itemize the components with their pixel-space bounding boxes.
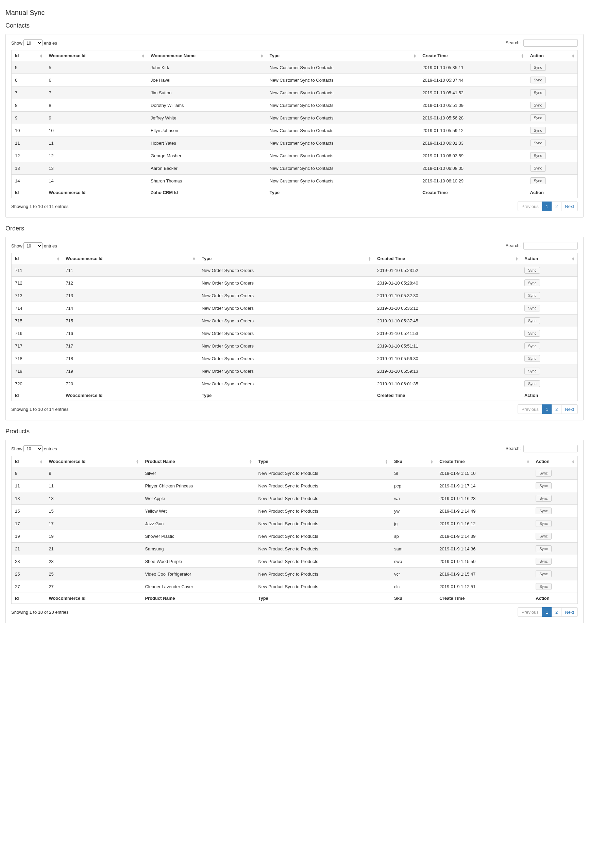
contacts.headers-col-2[interactable]: Woocommerce Name bbox=[147, 50, 266, 61]
orders.headers-col-0[interactable]: Id bbox=[12, 253, 63, 264]
orders.headers-col-1[interactable]: Woocommerce Id bbox=[62, 253, 198, 264]
sync-button[interactable]: Sync bbox=[524, 317, 540, 324]
sync-button[interactable]: Sync bbox=[530, 102, 546, 109]
products.headers-col-0[interactable]: Id bbox=[12, 456, 46, 467]
sync-button[interactable]: Sync bbox=[530, 77, 546, 83]
cell-time: 2019-01-9 1:16:12 bbox=[436, 517, 532, 530]
contacts.headers-col-1[interactable]: Woocommerce Id bbox=[45, 50, 147, 61]
sync-button[interactable]: Sync bbox=[524, 355, 540, 362]
sync-button[interactable]: Sync bbox=[524, 368, 540, 375]
cell-action: Sync bbox=[527, 74, 578, 86]
products-prev-button[interactable]: Previous bbox=[518, 607, 542, 617]
sync-button[interactable]: Sync bbox=[530, 89, 546, 96]
orders-page-1[interactable]: 1 bbox=[542, 404, 552, 414]
orders-page-2[interactable]: 2 bbox=[552, 404, 561, 414]
products.headers-col-1[interactable]: Woocommerce Id bbox=[45, 456, 141, 467]
sync-button[interactable]: Sync bbox=[524, 330, 540, 337]
cell-name: Cleaner Lavender Cover bbox=[141, 580, 255, 593]
orders.headers-col-2[interactable]: Type bbox=[198, 253, 374, 264]
products-page-2[interactable]: 2 bbox=[552, 607, 561, 617]
sync-button[interactable]: Sync bbox=[536, 558, 551, 565]
cell-time: 2019-01-9 1:17:14 bbox=[436, 480, 532, 492]
sync-button[interactable]: Sync bbox=[524, 267, 540, 274]
products.headers-col-3[interactable]: Type bbox=[255, 456, 391, 467]
contacts-next-button[interactable]: Next bbox=[561, 202, 578, 211]
sync-button[interactable]: Sync bbox=[530, 165, 546, 171]
products-next-button[interactable]: Next bbox=[561, 607, 578, 617]
cell-id: 719 bbox=[12, 365, 63, 378]
cell-type: New Product Sync to Products bbox=[255, 480, 391, 492]
cell-id: 712 bbox=[12, 277, 63, 289]
orders.headers-col-4[interactable]: Action bbox=[521, 253, 578, 264]
orders-search-input[interactable] bbox=[523, 242, 578, 249]
contacts.headers-col-3[interactable]: Type bbox=[266, 50, 419, 61]
products-info: Showing 1 to 10 of 20 entries bbox=[11, 610, 68, 615]
products.headers-col-5[interactable]: Create Time bbox=[436, 456, 532, 467]
orders-length-control: Show 10 entries bbox=[11, 242, 57, 249]
sync-button[interactable]: Sync bbox=[530, 127, 546, 134]
orders-table: IdWoocommerce IdTypeCreated TimeAction 7… bbox=[11, 253, 578, 401]
contacts.headers-col-5[interactable]: Action bbox=[527, 50, 578, 61]
products.footer_headers-col-4: Sku bbox=[391, 593, 436, 604]
table-row: 1515Yellow WetNew Product Sync to Produc… bbox=[12, 505, 578, 517]
table-row: 99Jeffrey WhiteNew Customer Sync to Cont… bbox=[12, 112, 578, 124]
cell-action: Sync bbox=[521, 378, 578, 390]
sync-button[interactable]: Sync bbox=[530, 114, 546, 121]
cell-wc-id: 27 bbox=[45, 580, 141, 593]
products-length-select[interactable]: 10 bbox=[24, 445, 43, 452]
cell-id: 713 bbox=[12, 289, 63, 302]
sync-button[interactable]: Sync bbox=[524, 380, 540, 387]
cell-wc-id: 13 bbox=[45, 162, 147, 175]
cell-time: 2019-01-10 05:41:52 bbox=[419, 86, 526, 99]
orders-prev-button[interactable]: Previous bbox=[518, 404, 542, 414]
sync-button[interactable]: Sync bbox=[524, 292, 540, 299]
sync-button[interactable]: Sync bbox=[536, 495, 551, 502]
cell-time: 2019-01-9 1:12:51 bbox=[436, 580, 532, 593]
cell-wc-id: 720 bbox=[62, 378, 198, 390]
products.headers-col-2[interactable]: Product Name bbox=[141, 456, 255, 467]
cell-id: 9 bbox=[12, 112, 46, 124]
cell-wc-id: 711 bbox=[62, 264, 198, 277]
cell-type: New Order Sync to Orders bbox=[198, 314, 374, 327]
cell-type: New Product Sync to Products bbox=[255, 555, 391, 568]
sync-button[interactable]: Sync bbox=[536, 470, 551, 477]
sync-button[interactable]: Sync bbox=[536, 520, 551, 527]
sync-button[interactable]: Sync bbox=[530, 177, 546, 184]
products.headers-col-6[interactable]: Action bbox=[532, 456, 577, 467]
cell-time: 2019-01-10 05:37:45 bbox=[374, 314, 521, 327]
contacts.headers-col-0[interactable]: Id bbox=[12, 50, 46, 61]
sync-button[interactable]: Sync bbox=[524, 279, 540, 286]
contacts-heading: Contacts bbox=[6, 22, 583, 29]
cell-action: Sync bbox=[521, 365, 578, 378]
table-row: 99SilverNew Product Sync to ProductsSl20… bbox=[12, 467, 578, 480]
sync-button[interactable]: Sync bbox=[524, 342, 540, 349]
contacts-page-1[interactable]: 1 bbox=[542, 202, 552, 211]
contacts-page-2[interactable]: 2 bbox=[552, 202, 561, 211]
sync-button[interactable]: Sync bbox=[530, 152, 546, 159]
cell-wc-id: 17 bbox=[45, 517, 141, 530]
products-page-1[interactable]: 1 bbox=[542, 607, 552, 617]
cell-id: 5 bbox=[12, 61, 46, 74]
sync-button[interactable]: Sync bbox=[536, 533, 551, 540]
contacts-search-input[interactable] bbox=[523, 39, 578, 47]
sync-button[interactable]: Sync bbox=[536, 508, 551, 514]
cell-name: Samsung bbox=[141, 543, 255, 555]
contacts-length-select[interactable]: 10 bbox=[24, 40, 43, 46]
cell-action: Sync bbox=[527, 124, 578, 137]
orders-length-select[interactable]: 10 bbox=[24, 242, 43, 249]
products.headers-col-4[interactable]: Sku bbox=[391, 456, 436, 467]
sync-button[interactable]: Sync bbox=[530, 140, 546, 146]
contacts-prev-button[interactable]: Previous bbox=[518, 202, 542, 211]
sync-button[interactable]: Sync bbox=[536, 482, 551, 489]
contacts.headers-col-4[interactable]: Create Time bbox=[419, 50, 526, 61]
orders.headers-col-3[interactable]: Created Time bbox=[374, 253, 521, 264]
sync-button[interactable]: Sync bbox=[530, 64, 546, 71]
orders-next-button[interactable]: Next bbox=[561, 404, 578, 414]
table-row: 711711New Order Sync to Orders2019-01-10… bbox=[12, 264, 578, 277]
sync-button[interactable]: Sync bbox=[536, 545, 551, 552]
table-row: 718718New Order Sync to Orders2019-01-10… bbox=[12, 352, 578, 365]
sync-button[interactable]: Sync bbox=[536, 570, 551, 577]
sync-button[interactable]: Sync bbox=[536, 583, 551, 590]
sync-button[interactable]: Sync bbox=[524, 305, 540, 311]
products-search-input[interactable] bbox=[523, 445, 578, 452]
